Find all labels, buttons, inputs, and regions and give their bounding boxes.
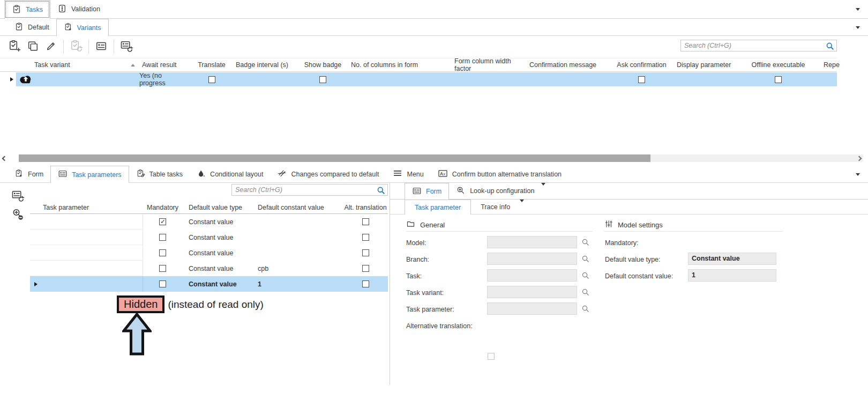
tab-lookup-configuration[interactable]: Look-up configuration xyxy=(449,183,541,199)
col-ask-confirmation[interactable]: Ask confirmation xyxy=(613,58,670,71)
lookup-search-icon[interactable] xyxy=(581,305,590,315)
main-search-input[interactable] xyxy=(684,40,824,51)
lookup-search-icon[interactable] xyxy=(581,271,590,282)
tab-task-parameters[interactable]: Task parameters xyxy=(50,166,129,183)
tab-overflow-icon[interactable] xyxy=(856,173,860,176)
refresh-tasks-button[interactable] xyxy=(67,38,85,55)
default-value-type-field[interactable]: Constant value xyxy=(688,253,776,265)
col-display-parameter[interactable]: Display parameter xyxy=(670,58,747,71)
tab-tasks[interactable]: Tasks xyxy=(4,0,50,19)
scrollbar-track[interactable] xyxy=(650,154,863,162)
copy-button[interactable] xyxy=(24,38,42,55)
tab-form[interactable]: Form xyxy=(8,166,50,182)
translate-checkbox[interactable] xyxy=(208,76,215,83)
subtab-trace-info[interactable]: Trace info xyxy=(471,200,520,214)
tab-variants[interactable]: Variants xyxy=(56,19,109,36)
col-mandatory[interactable]: Mandatory xyxy=(143,204,182,211)
expand-row-icon[interactable] xyxy=(10,77,13,82)
edit-button[interactable] xyxy=(42,38,60,55)
general-group-title: General xyxy=(420,221,445,229)
refresh-form-button[interactable] xyxy=(117,38,136,55)
task-variant-field[interactable] xyxy=(487,286,577,298)
parameter-row[interactable]: Constant value cpb xyxy=(30,261,388,276)
show-badge-checkbox[interactable] xyxy=(319,76,326,83)
parameter-row[interactable]: Constant value xyxy=(30,230,388,245)
lookup-search-icon[interactable] xyxy=(581,238,590,248)
parameter-row[interactable]: Constant value xyxy=(30,214,388,230)
tab-overflow-icon[interactable] xyxy=(541,183,545,186)
default-constant-value-field[interactable]: 1 xyxy=(688,269,776,282)
toolbar-separator xyxy=(114,40,114,54)
add-task-variant-button[interactable] xyxy=(5,38,24,55)
subtab-task-parameter[interactable]: Task parameter xyxy=(405,200,471,215)
col-confirmation-message[interactable]: Confirmation message xyxy=(528,58,613,71)
tab-overflow-icon[interactable] xyxy=(856,26,860,29)
tab-conditional-layout[interactable]: Conditional layout xyxy=(190,166,270,182)
col-task-parameter[interactable]: Task parameter xyxy=(30,201,143,213)
col-show-badge[interactable]: Show badge xyxy=(300,58,346,71)
task-parameter-field[interactable] xyxy=(487,302,577,315)
col-default-value-type[interactable]: Default value type xyxy=(182,204,255,211)
default-constant-value-label: Default constant value: xyxy=(605,272,673,280)
tab-table-tasks[interactable]: Table tasks xyxy=(129,166,190,182)
mandatory-checkbox[interactable] xyxy=(159,234,166,241)
col-default-constant-value[interactable]: Default constant value xyxy=(255,204,343,211)
mandatory-checkbox[interactable] xyxy=(159,280,166,287)
mandatory-checkbox[interactable] xyxy=(159,249,166,256)
alt-translation-checkbox[interactable] xyxy=(362,249,369,256)
model-field[interactable] xyxy=(487,236,577,248)
col-await-result[interactable]: Await result xyxy=(139,58,193,71)
tab-right-form-label: Form xyxy=(426,188,442,195)
tab-confirm-translation[interactable]: Ax Confirm button alternative translatio… xyxy=(431,166,568,182)
lookup-search-icon[interactable] xyxy=(581,255,590,265)
alt-translation-checkbox[interactable] xyxy=(362,265,369,272)
tab-right-form[interactable]: Form xyxy=(405,183,449,200)
form-icon xyxy=(95,40,107,54)
search-icon[interactable] xyxy=(825,41,835,51)
branch-field[interactable] xyxy=(487,253,577,265)
lookup-search-icon[interactable] xyxy=(581,288,590,298)
tab-default[interactable]: Default xyxy=(8,19,56,35)
annotation-text: (instead of read only) xyxy=(168,299,264,311)
alt-translation-checkbox[interactable] xyxy=(362,218,369,225)
model-settings-group-title: Model settings xyxy=(618,221,663,229)
parameter-row[interactable]: Constant value xyxy=(30,245,388,261)
col-alt-translation[interactable]: Alt. translation xyxy=(343,204,388,211)
pencil-icon xyxy=(45,40,57,54)
col-translate[interactable]: Translate xyxy=(193,58,230,71)
col-no-of-columns[interactable]: No. of columns in form xyxy=(346,58,450,71)
col-repeat[interactable]: Repe xyxy=(809,58,840,71)
refresh-parameters-button[interactable] xyxy=(10,188,26,204)
zoom-out-detail-button[interactable] xyxy=(10,206,26,223)
col-task-variant[interactable]: Task variant xyxy=(0,58,139,71)
ask-confirmation-checkbox[interactable] xyxy=(638,76,645,83)
offline-executable-checkbox[interactable] xyxy=(775,76,782,83)
alternative-translation-checkbox[interactable] xyxy=(488,353,495,360)
scroll-left-button[interactable] xyxy=(0,154,9,162)
tab-conditional-layout-label: Conditional layout xyxy=(210,171,263,178)
tab-overflow-icon[interactable] xyxy=(856,8,860,11)
parameter-search-input[interactable] xyxy=(235,184,375,195)
task-variant-row[interactable]: Yes (no progress xyxy=(0,72,837,86)
tab-changes-compared[interactable]: Changes compared to default xyxy=(270,166,386,182)
mandatory-checkbox[interactable] xyxy=(159,265,166,272)
col-offline-executable[interactable]: Offline executable xyxy=(747,58,809,71)
tab-menu[interactable]: Menu xyxy=(386,166,430,182)
scroll-right-button[interactable] xyxy=(855,154,863,162)
form-icon xyxy=(58,169,68,180)
task-field[interactable] xyxy=(487,269,577,282)
scrollbar-thumb[interactable] xyxy=(19,154,650,162)
mandatory-checkbox[interactable] xyxy=(159,218,166,225)
variants-icon xyxy=(64,23,73,33)
form-view-button[interactable] xyxy=(92,38,110,55)
tab-overflow-icon[interactable] xyxy=(520,200,524,202)
horizontal-scrollbar[interactable] xyxy=(0,154,868,162)
col-form-column-width[interactable]: Form column width factor xyxy=(450,58,528,71)
search-icon[interactable] xyxy=(376,186,386,195)
parameter-row-selected[interactable]: Constant value 1 xyxy=(30,276,388,292)
alt-translation-checkbox[interactable] xyxy=(362,234,369,241)
group-divider xyxy=(406,231,593,232)
col-badge-interval[interactable]: Badge interval (s) xyxy=(230,58,300,71)
tab-validation[interactable]: Validation xyxy=(50,0,107,18)
alt-translation-checkbox[interactable] xyxy=(362,280,369,287)
